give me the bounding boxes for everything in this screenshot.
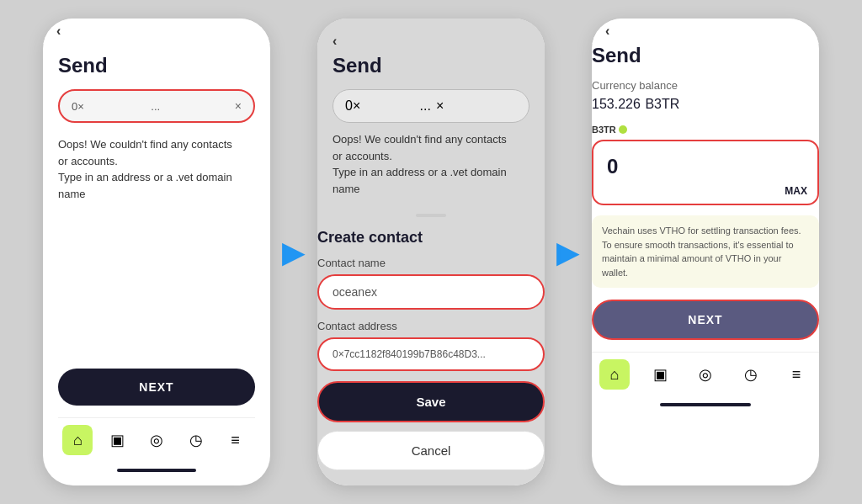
nav-home-1[interactable]: ⌂ <box>62 425 93 455</box>
nav-menu-1[interactable]: ≡ <box>221 425 251 455</box>
address-input-container-2[interactable]: 0× ... × <box>333 89 529 123</box>
bottom-nav-1: ⌂ ▣ ◎ ◷ ≡ <box>58 417 255 464</box>
screen3-title: Send <box>592 44 819 67</box>
save-button[interactable]: Save <box>317 381 545 422</box>
screen2-title: Send <box>333 54 529 77</box>
error-message-2: Oops! We couldn't find any contacts or a… <box>333 131 529 197</box>
token-dot <box>619 125 627 134</box>
screen3: ‹ Send Currency balance 153.226 B3TR B3T… <box>592 19 819 485</box>
contact-address-input[interactable]: 0×7cc1182f840199b7B86c48D3... <box>317 337 545 371</box>
nav-gallery-1[interactable]: ▣ <box>102 425 132 455</box>
nav-compass-1[interactable]: ◎ <box>141 425 172 455</box>
nav-compass-3[interactable]: ◎ <box>690 359 721 390</box>
screen1-content: Send 0× ... × Oops! We couldn't find any… <box>43 44 270 485</box>
token-row: B3TR <box>592 125 819 135</box>
bottom-nav-3: ⌂ ▣ ◎ ◷ ≡ <box>592 352 819 398</box>
currency-label: Currency balance <box>592 79 819 92</box>
screen2-frame: ‹ Send 0× ... × Oops! We couldn't find a… <box>317 19 545 485</box>
next-button-3[interactable]: NEXT <box>592 300 819 340</box>
address-text-1: 0× ... <box>72 100 230 113</box>
screen3-frame: ‹ Send Currency balance 153.226 B3TR B3T… <box>592 19 819 485</box>
clear-button-1[interactable]: × <box>235 99 242 113</box>
address-input-container-1[interactable]: 0× ... × <box>58 89 255 123</box>
back-button-3[interactable]: ‹ <box>605 24 609 39</box>
home-indicator-3 <box>660 403 751 406</box>
vtho-info-box: Vechain uses VTHO for settling transacti… <box>592 215 819 288</box>
screen2-top: ‹ Send 0× ... × Oops! We couldn't find a… <box>317 19 545 214</box>
screen2: ‹ Send 0× ... × Oops! We couldn't find a… <box>317 19 545 485</box>
modal-title: Create contact <box>317 229 545 247</box>
back-button-2[interactable]: ‹ <box>333 34 337 49</box>
nav-history-3[interactable]: ◷ <box>736 359 766 390</box>
token-badge: B3TR <box>592 125 627 135</box>
max-button[interactable]: MAX <box>785 185 807 197</box>
nav-menu-3[interactable]: ≡ <box>781 359 811 390</box>
status-bar-2: ‹ <box>333 29 529 54</box>
status-bar-1: ‹ <box>43 19 270 44</box>
contact-name-input[interactable]: oceanex <box>317 274 545 310</box>
contact-name-label: Contact name <box>317 257 545 269</box>
nav-history-1[interactable]: ◷ <box>181 425 211 455</box>
nav-gallery-3[interactable]: ▣ <box>645 359 675 390</box>
modal-handle <box>416 214 446 217</box>
home-indicator-1 <box>117 469 196 472</box>
create-contact-modal: Create contact Contact name oceanex Cont… <box>317 214 545 470</box>
cancel-button[interactable]: Cancel <box>317 431 545 470</box>
back-button-1[interactable]: ‹ <box>56 24 61 39</box>
nav-home-3[interactable]: ⌂ <box>599 359 630 390</box>
error-message-1: Oops! We couldn't find any contacts or a… <box>58 136 255 202</box>
next-button-1[interactable]: NEXT <box>58 369 255 406</box>
screen1: ‹ Send 0× ... × Oops! We couldn't find a… <box>43 19 270 485</box>
screen3-content: Send Currency balance 153.226 B3TR B3TR … <box>592 44 819 410</box>
screens-container: ‹ Send 0× ... × Oops! We couldn't find a… <box>0 0 862 504</box>
status-bar-3: ‹ <box>592 19 819 44</box>
address-text-2: 0× ... <box>345 98 431 114</box>
clear-button-2[interactable]: × <box>436 98 444 114</box>
contact-address-label: Contact address <box>317 320 545 332</box>
arrow-1: ▶ <box>282 235 306 270</box>
screen1-frame: ‹ Send 0× ... × Oops! We couldn't find a… <box>43 19 270 485</box>
screen1-title: Send <box>58 54 255 77</box>
arrow-2: ▶ <box>556 235 580 270</box>
amount-input-box[interactable]: 0 MAX <box>592 140 819 205</box>
currency-balance: 153.226 B3TR <box>592 93 819 113</box>
